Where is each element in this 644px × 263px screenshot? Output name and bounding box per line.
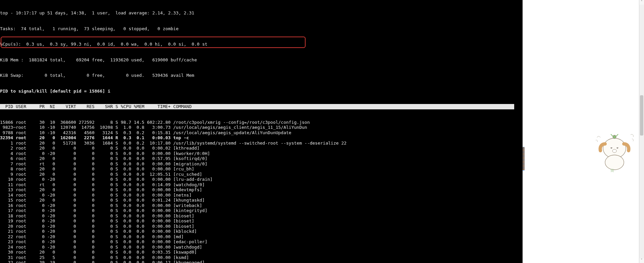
cell-res: 0 (76, 255, 95, 260)
scroll-thumb[interactable] (640, 95, 643, 136)
highlight-box-icon (1, 37, 306, 48)
cell-mem: 0.0 (131, 218, 144, 224)
cell-cmd: [kdevtmpfs] (171, 187, 202, 193)
process-row[interactable]: 21 root0-20000S0.00.00:00.00[kblockd] (0, 229, 523, 234)
cell-cpu: 0.0 (118, 177, 131, 182)
cell-s: S (113, 161, 118, 167)
cell-s: S (113, 213, 118, 219)
process-row[interactable]: 30 root200000S0.00.00:03.35[kswapd0] (0, 250, 523, 255)
cell-cpu: 0.0 (118, 146, 131, 151)
cell-cpu: 98.7 (118, 120, 131, 125)
cell-s: S (113, 203, 118, 208)
process-row[interactable]: 9823 root10-101207401475610208S1.00.83:0… (0, 125, 523, 130)
process-row[interactable]: 4 root0-20000S0.00.00:00.00[kworker/0:0H… (0, 151, 523, 156)
cell-user: root (16, 250, 29, 255)
cell-mem: 0.0 (131, 203, 144, 208)
cell-pid: 6 (0, 156, 13, 161)
col-ni: NI (45, 104, 55, 109)
process-row[interactable]: 31 root255000S0.00.00:00.00[ksmd] (0, 255, 523, 260)
col-cpu: %CPU (118, 104, 131, 109)
cell-res: 0 (76, 182, 95, 188)
process-row[interactable]: 18 root0-20000S0.00.00:00.00[bioset] (0, 213, 523, 219)
process-row[interactable]: 17 root0-20000S0.00.00:00.00[kintegrityd… (0, 208, 523, 213)
cell-time: 0:01.24 (144, 198, 170, 203)
cell-user: root (16, 193, 29, 198)
cell-pid: 7 (0, 161, 13, 167)
process-row[interactable]: 14 root0-20000S0.00.00:00.00[netns] (0, 193, 523, 198)
cell-user: root (16, 234, 29, 240)
cell-ni: 5 (45, 255, 55, 260)
cell-user: root (16, 239, 29, 245)
terminal[interactable]: top - 10:17:17 up 51 days, 14:38, 1 user… (0, 0, 523, 263)
svg-point-0 (603, 138, 626, 158)
process-row[interactable]: 1 root2005172830361684S0.00.210:17.80/us… (0, 141, 523, 146)
cell-user: root (16, 146, 29, 151)
cell-res: 0 (76, 213, 95, 219)
cell-s: S (113, 141, 118, 146)
process-row[interactable]: 22 root0-20000S0.00.00:00.00[md] (0, 234, 523, 240)
cell-shr: 1684 (95, 141, 113, 146)
process-row[interactable]: 15866 root30103686002725928S98.714.5602:… (0, 120, 523, 125)
process-row[interactable]: 19 root0-20000S0.00.00:00.00[bioset] (0, 218, 523, 224)
cell-cpu: 0.0 (118, 229, 131, 234)
signal-prompt-input[interactable]: i (108, 89, 110, 94)
process-row[interactable]: 8 root200000S0.00.00:00.00[rcu_bh] (0, 166, 523, 172)
cell-s: S (113, 239, 118, 245)
vertical-scrollbar[interactable]: ˆ ˇ (639, 0, 644, 263)
process-row[interactable]: 13 root200000S0.00.00:00.00[kdevtmpfs] (0, 187, 523, 193)
process-row[interactable]: 32394 root20016200422761644R0.30.10:00.0… (0, 135, 523, 141)
cell-ni: 0 (45, 135, 55, 141)
process-row[interactable]: 10 root0-20000S0.00.00:00.00[lru-add-dra… (0, 177, 523, 182)
cell-mem: 0.0 (131, 234, 144, 240)
scroll-down-arrow-icon[interactable]: ˇ (639, 258, 644, 263)
cell-res: 0 (76, 234, 95, 240)
process-row[interactable]: 11 rootrt0000S0.00.00:14.09[watchdog/0] (0, 182, 523, 188)
cell-res: 2276 (76, 135, 95, 141)
cell-cmd: [watchdog/0] (171, 182, 205, 188)
process-row[interactable]: 15 root200000S0.00.00:01.24[khungtaskd] (0, 198, 523, 203)
cell-cmd: [kintegrityd] (171, 208, 208, 213)
process-row[interactable]: 6 root200000S0.00.00:57.95[ksoftirqd/0] (0, 156, 523, 161)
process-row[interactable]: 32 root3919000S0.00.00:06.12[khugepaged] (0, 260, 523, 263)
cell-time: 0:00.00 (144, 208, 170, 213)
cell-cpu: 0.0 (118, 245, 131, 250)
process-row[interactable]: 24 root0-20000S0.00.00:00.00[watchdogd] (0, 245, 523, 250)
cell-time: 0:00.00 (144, 151, 170, 156)
cell-time: 3:00.73 (144, 125, 170, 130)
cell-ni: 0 (45, 156, 55, 161)
cell-time: 0:06.12 (144, 260, 170, 263)
process-column-header: PID USERPRNIVIRTRESSHRS%CPU%MEMTIME+COMM… (0, 104, 514, 109)
process-row[interactable]: 23 root0-20000S0.00.00:00.00[edac-poller… (0, 239, 523, 245)
cell-pr: 20 (29, 250, 45, 255)
scroll-up-arrow-icon[interactable]: ˆ (639, 0, 644, 5)
process-row[interactable]: 20 root0-20000S0.00.00:00.00[bioset] (0, 224, 523, 229)
cell-virt: 0 (55, 250, 76, 255)
cell-s: S (113, 255, 118, 260)
cell-virt: 368600 (55, 120, 76, 125)
cell-pr: 0 (29, 177, 45, 182)
process-row[interactable]: 16 root0-20000S0.00.00:00.00[writeback] (0, 203, 523, 208)
cell-virt: 0 (55, 182, 76, 188)
process-row[interactable]: 7 rootrt0000S0.00.00:00.00[migration/0] (0, 161, 523, 167)
cell-user: root (16, 156, 29, 161)
process-row[interactable]: 9788 root10-104231645603124S0.30.20:15.8… (0, 130, 523, 136)
cell-s: S (113, 234, 118, 240)
cell-pid: 32 (0, 260, 13, 263)
cell-cpu: 0.0 (118, 182, 131, 188)
cell-pr: 0 (29, 224, 45, 229)
cell-cpu: 0.0 (118, 166, 131, 172)
cell-res: 0 (76, 146, 95, 151)
cell-s: R (113, 135, 118, 141)
cell-shr: 0 (95, 156, 113, 161)
scroll-track[interactable] (639, 5, 644, 258)
process-row[interactable]: 2 root200000S0.00.00:00.02[kthreadd] (0, 146, 523, 151)
process-row[interactable]: 9 root200000S0.00.012:05.51[rcu_sched] (0, 172, 523, 177)
top-signal-prompt[interactable]: PID to signal/kill [default pid = 15866]… (0, 89, 523, 94)
cell-cpu: 0.0 (118, 156, 131, 161)
cell-s: S (113, 198, 118, 203)
cell-cpu: 0.0 (118, 198, 131, 203)
cell-mem: 0.8 (131, 125, 144, 130)
cell-res: 0 (76, 161, 95, 167)
cell-ni: -20 (45, 245, 55, 250)
cell-cmd: [khungtaskd] (171, 198, 205, 203)
